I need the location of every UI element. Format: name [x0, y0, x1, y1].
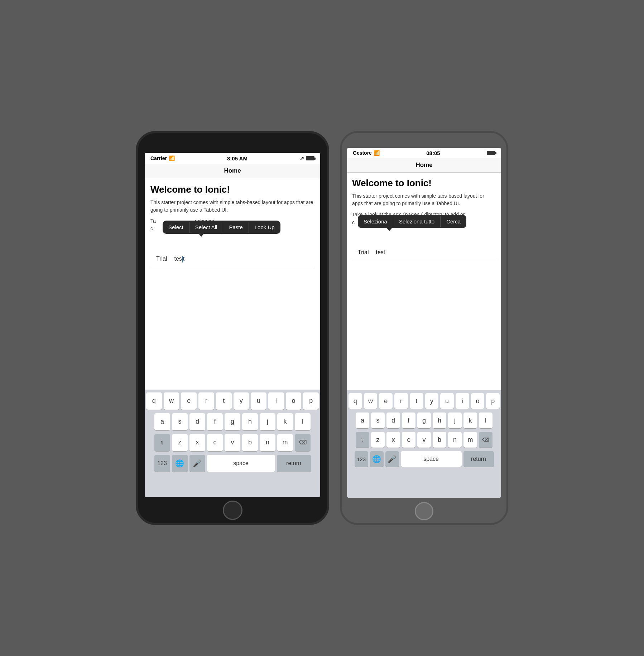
input-word1-right: Trial: [358, 249, 369, 256]
input-word2-right: test: [376, 249, 385, 256]
key-d-right[interactable]: d: [386, 413, 400, 428]
key-f-left[interactable]: f: [207, 413, 223, 430]
key-v-left[interactable]: v: [225, 434, 240, 451]
key-y-right[interactable]: y: [425, 393, 439, 409]
key-t-right[interactable]: t: [410, 393, 423, 409]
key-o-left[interactable]: o: [286, 392, 302, 410]
key-return-left[interactable]: return: [277, 455, 311, 472]
context-menu-select[interactable]: Select: [163, 221, 189, 234]
input-word1-left: Trial: [156, 256, 167, 262]
key-space-right[interactable]: space: [401, 451, 462, 467]
key-b-left[interactable]: b: [242, 434, 258, 451]
status-bar-left: Carrier 📶 8:05 AM ↗: [145, 153, 320, 164]
status-bar-right: Gestore 📶 08:05: [347, 148, 501, 158]
key-delete-left[interactable]: ⌫: [295, 434, 311, 451]
key-row-4-left: 123 🌐 🎤 space return: [146, 455, 319, 472]
key-g-left[interactable]: g: [225, 413, 240, 430]
key-e-left[interactable]: e: [181, 392, 197, 410]
key-row-2-right: a s d f g h j k l: [349, 413, 500, 428]
key-row-1-right: q w e r t y u i o p: [349, 393, 500, 409]
context-menu-seleziona-tutto[interactable]: Seleziona tutto: [393, 215, 440, 228]
status-right-right: [487, 151, 495, 155]
wifi-icon: 📶: [169, 155, 175, 161]
key-q-left[interactable]: q: [146, 392, 162, 410]
status-left-right: Gestore 📶: [353, 150, 380, 156]
key-u-right[interactable]: u: [440, 393, 454, 409]
key-t-left[interactable]: t: [216, 392, 232, 410]
carrier-text-right: Gestore: [353, 150, 372, 156]
context-menu-lookup[interactable]: Look Up: [249, 221, 280, 234]
key-p-right[interactable]: p: [486, 393, 500, 409]
key-m-left[interactable]: m: [277, 434, 293, 451]
key-c-right[interactable]: c: [402, 432, 415, 448]
key-l-left[interactable]: l: [295, 413, 311, 430]
key-j-left[interactable]: j: [260, 413, 275, 430]
key-delete-right[interactable]: ⌫: [479, 432, 492, 448]
key-a-left[interactable]: a: [154, 413, 170, 430]
context-menu-right: Seleziona Seleziona tutto Cerca: [358, 215, 466, 228]
key-x-left[interactable]: x: [189, 434, 205, 451]
key-x-right[interactable]: x: [386, 432, 400, 448]
key-f-right[interactable]: f: [402, 413, 415, 428]
key-shift-left[interactable]: ⇧: [154, 434, 170, 451]
home-button-left[interactable]: [223, 501, 242, 520]
battery-icon-right: [487, 151, 495, 155]
carrier-text: Carrier: [150, 155, 167, 161]
content-right: Welcome to Ionic! This starter project c…: [347, 173, 501, 390]
key-n-right[interactable]: n: [448, 432, 462, 448]
key-i-left[interactable]: i: [268, 392, 284, 410]
key-return-right[interactable]: return: [463, 451, 494, 467]
key-d-left[interactable]: d: [189, 413, 205, 430]
key-h-left[interactable]: h: [242, 413, 258, 430]
key-mic-left[interactable]: 🎤: [189, 455, 205, 472]
screen-right: Gestore 📶 08:05 Home Welcome to Ionic! T…: [347, 148, 501, 498]
key-o-right[interactable]: o: [471, 393, 485, 409]
content-left: Welcome to Ionic! This starter project c…: [145, 178, 320, 390]
key-y-left[interactable]: y: [234, 392, 249, 410]
key-z-left[interactable]: z: [172, 434, 188, 451]
nav-bar-left: Home: [145, 164, 320, 178]
nav-bar-right: Home: [347, 158, 501, 173]
nav-title-right: Home: [415, 161, 432, 168]
key-i-right[interactable]: i: [456, 393, 469, 409]
key-g-right[interactable]: g: [417, 413, 431, 428]
key-n-left[interactable]: n: [260, 434, 275, 451]
key-w-left[interactable]: w: [164, 392, 179, 410]
key-v-right[interactable]: v: [417, 432, 431, 448]
welcome-text-left: This starter project comes with simple t…: [150, 199, 314, 214]
key-r-left[interactable]: r: [198, 392, 214, 410]
key-num-left[interactable]: 123: [154, 455, 170, 472]
key-globe-left[interactable]: 🌐: [172, 455, 188, 472]
key-shift-right[interactable]: ⇧: [356, 432, 369, 448]
key-k-right[interactable]: k: [463, 413, 477, 428]
key-z-right[interactable]: z: [371, 432, 385, 448]
context-menu-cerca[interactable]: Cerca: [441, 215, 466, 228]
key-w-right[interactable]: w: [364, 393, 378, 409]
key-l-right[interactable]: l: [479, 413, 492, 428]
welcome-title-right: Welcome to Ionic!: [352, 178, 496, 189]
key-s-right[interactable]: s: [371, 413, 385, 428]
time-display-left: 8:05 AM: [227, 155, 247, 161]
context-menu-paste[interactable]: Paste: [223, 221, 248, 234]
key-c-left[interactable]: c: [207, 434, 223, 451]
key-s-left[interactable]: s: [172, 413, 188, 430]
key-u-left[interactable]: u: [251, 392, 266, 410]
context-menu-seleziona[interactable]: Seleziona: [358, 215, 393, 228]
key-p-left[interactable]: p: [303, 392, 319, 410]
key-j-right[interactable]: j: [448, 413, 462, 428]
key-r-right[interactable]: r: [394, 393, 408, 409]
key-k-left[interactable]: k: [277, 413, 293, 430]
key-space-left[interactable]: space: [207, 455, 275, 472]
key-globe-right[interactable]: 🌐: [370, 451, 384, 467]
key-q-right[interactable]: q: [349, 393, 362, 409]
key-m-right[interactable]: m: [463, 432, 477, 448]
key-b-right[interactable]: b: [433, 432, 446, 448]
key-row-2-left: a s d f g h j k l: [146, 413, 319, 430]
context-menu-select-all[interactable]: Select All: [189, 221, 223, 234]
key-num-right[interactable]: 123: [355, 451, 368, 467]
key-a-right[interactable]: a: [356, 413, 369, 428]
key-mic-right[interactable]: 🎤: [385, 451, 399, 467]
key-e-right[interactable]: e: [379, 393, 393, 409]
key-h-right[interactable]: h: [433, 413, 446, 428]
home-button-right[interactable]: [415, 502, 433, 520]
